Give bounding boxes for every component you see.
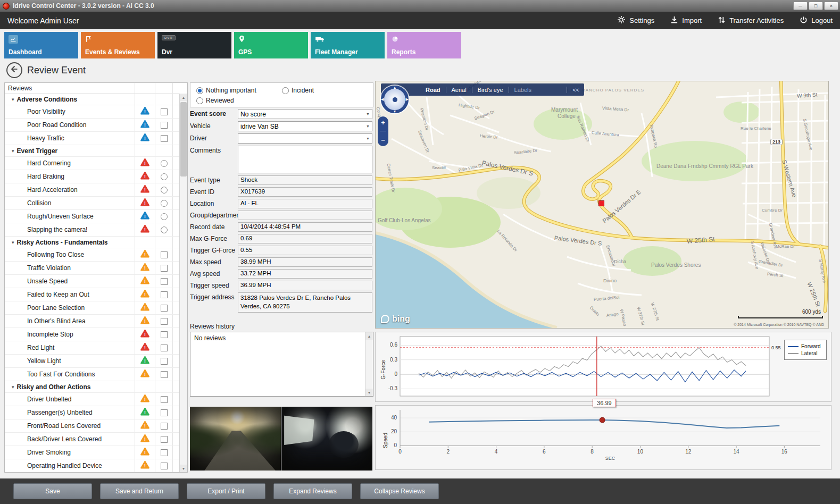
driver-select[interactable]: ▼ xyxy=(238,133,372,144)
tab-reports[interactable]: Reports xyxy=(387,32,461,58)
collapse-arrow-icon[interactable]: ▾ xyxy=(12,240,14,245)
status-incident[interactable]: Incident xyxy=(282,87,314,94)
review-item-row[interactable]: Hard Braking! xyxy=(5,170,179,183)
reviews-history-box[interactable]: No reviews ▲ ▼ xyxy=(190,332,373,397)
map-view-birds-eye[interactable]: Bird's eye xyxy=(472,87,509,93)
tab-events-reviews[interactable]: Events & Reviews xyxy=(81,32,155,58)
save-and-return-button[interactable]: Save and Return xyxy=(100,483,179,499)
settings-button[interactable]: Settings xyxy=(617,15,654,26)
collapse-arrow-icon[interactable]: ▾ xyxy=(12,148,14,154)
cabin-camera-thumbnail[interactable] xyxy=(281,407,372,471)
review-item-row[interactable]: In Other's Blind Area! xyxy=(5,315,179,328)
review-checkbox[interactable] xyxy=(161,135,168,142)
review-checkbox[interactable] xyxy=(161,108,168,115)
review-checkbox[interactable] xyxy=(161,122,168,129)
radio-icon[interactable] xyxy=(196,97,203,104)
map-view-labels[interactable]: Labels xyxy=(509,87,537,93)
transfer-activities-button[interactable]: Transfer Activities xyxy=(718,15,784,26)
review-checkbox[interactable] xyxy=(161,265,168,272)
close-button[interactable]: × xyxy=(824,2,838,10)
review-item-row[interactable]: Incomplete Stop! xyxy=(5,328,179,341)
review-item-row[interactable]: Back/Driver Lens Covered! xyxy=(5,433,179,446)
radio-selected-icon[interactable] xyxy=(196,87,203,94)
save-button[interactable]: Save xyxy=(13,483,92,499)
review-radio[interactable] xyxy=(161,213,168,220)
comments-textarea[interactable] xyxy=(238,146,372,173)
review-item-row[interactable]: Slapping the camera!! xyxy=(5,223,179,237)
logout-button[interactable]: Logout xyxy=(800,15,833,26)
review-checkbox[interactable] xyxy=(161,409,168,416)
review-item-row[interactable]: Failed to Keep an Out! xyxy=(5,288,179,301)
review-item-row[interactable]: Driver Unbelted! xyxy=(5,393,179,406)
event-location-marker[interactable] xyxy=(598,200,604,206)
vehicle-select[interactable]: idrive Van SB▼ xyxy=(238,121,372,131)
event-score-select[interactable]: No score▼ xyxy=(238,109,372,119)
review-item-row[interactable]: Poor Road Condition! xyxy=(5,119,179,132)
review-item-row[interactable]: Following Too Close! xyxy=(5,248,179,262)
front-camera-thumbnail[interactable] xyxy=(190,407,281,471)
review-item-row[interactable]: Heavy Traffic! xyxy=(5,132,179,145)
review-checkbox[interactable] xyxy=(161,423,168,430)
back-button[interactable] xyxy=(6,62,22,78)
review-checkbox[interactable] xyxy=(161,463,168,469)
history-scrollbar[interactable]: ▲ ▼ xyxy=(365,332,373,396)
review-item-row[interactable]: Poor Visibility! xyxy=(5,105,179,119)
status-nothing-important[interactable]: Nothing important xyxy=(196,87,256,94)
zoom-in-icon[interactable]: + xyxy=(381,119,385,127)
review-checkbox[interactable] xyxy=(161,449,168,456)
review-checkbox[interactable] xyxy=(161,358,168,365)
scroll-up-icon[interactable]: ▲ xyxy=(180,94,187,101)
scroll-down-icon[interactable]: ▼ xyxy=(180,465,187,472)
tab-dashboard[interactable]: Dashboard xyxy=(4,32,78,58)
review-item-row[interactable]: Traffic Violation! xyxy=(5,262,179,275)
minimize-button[interactable]: ─ xyxy=(793,2,808,10)
collapse-arrow-icon[interactable]: ▾ xyxy=(12,384,14,390)
review-group-header[interactable]: ▾Event Trigger xyxy=(5,145,179,157)
reviews-scrollbar[interactable]: ▲ ▼ xyxy=(179,94,187,472)
pan-left-icon[interactable]: ◀ xyxy=(381,97,384,102)
import-button[interactable]: Import xyxy=(670,15,702,26)
review-radio[interactable] xyxy=(161,173,168,180)
radio-icon[interactable] xyxy=(282,87,289,94)
review-item-row[interactable]: Operating Handled Device! xyxy=(5,459,179,473)
review-item-row[interactable]: Red Light! xyxy=(5,341,179,355)
review-checkbox[interactable] xyxy=(161,331,168,338)
review-item-row[interactable]: Hard Cornering! xyxy=(5,157,179,170)
map-compass-control[interactable]: ▲ ▼ ◀ ▶ xyxy=(381,86,409,113)
review-checkbox[interactable] xyxy=(161,436,168,443)
status-reviewed[interactable]: Reviewed xyxy=(196,97,234,104)
tab-fleet-manager[interactable]: Fleet Manager xyxy=(311,32,385,58)
review-radio[interactable] xyxy=(161,226,168,233)
scrollbar-thumb[interactable] xyxy=(180,102,187,177)
review-checkbox[interactable] xyxy=(161,278,168,285)
scroll-down-icon[interactable]: ▼ xyxy=(365,389,373,396)
map-view-road[interactable]: Road xyxy=(420,87,446,93)
review-checkbox[interactable] xyxy=(161,345,168,351)
zoom-out-icon[interactable]: − xyxy=(381,136,385,144)
review-item-row[interactable]: Unsafe Speed! xyxy=(5,275,179,288)
review-item-row[interactable]: Collision! xyxy=(5,197,179,210)
review-radio[interactable] xyxy=(161,160,168,167)
review-checkbox[interactable] xyxy=(161,371,168,378)
maximize-button[interactable]: □ xyxy=(809,2,823,10)
pan-right-icon[interactable]: ▶ xyxy=(406,97,409,102)
review-group-header[interactable]: ▾Risky and Other Actions xyxy=(5,381,179,393)
review-checkbox[interactable] xyxy=(161,396,168,403)
collapse-arrow-icon[interactable]: ▾ xyxy=(12,97,14,102)
review-item-row[interactable]: Too Fast For Conditions! xyxy=(5,368,179,381)
review-item-row[interactable]: Rough/Uneven Surface! xyxy=(5,210,179,223)
map-zoom-control[interactable]: + − xyxy=(378,116,388,146)
review-radio[interactable] xyxy=(161,200,168,207)
scroll-up-icon[interactable]: ▲ xyxy=(365,332,373,340)
pan-up-icon[interactable]: ▲ xyxy=(393,86,397,89)
expand-reviews-button[interactable]: Expand Reviews xyxy=(273,483,352,499)
review-item-row[interactable]: Hard Acceleration! xyxy=(5,183,179,197)
review-radio[interactable] xyxy=(161,187,168,194)
export-print-button[interactable]: Export / Print xyxy=(187,483,265,499)
review-checkbox[interactable] xyxy=(161,318,168,325)
tab-gps[interactable]: GPS xyxy=(234,32,308,58)
collapse-reviews-button[interactable]: Collapse Reviews xyxy=(360,483,439,499)
review-item-row[interactable]: Poor Lane Selection! xyxy=(5,301,179,315)
review-group-header[interactable]: ▾Risky Actions - Fundamentals xyxy=(5,237,179,248)
tab-dvr[interactable]: DVR Dvr xyxy=(157,32,231,58)
